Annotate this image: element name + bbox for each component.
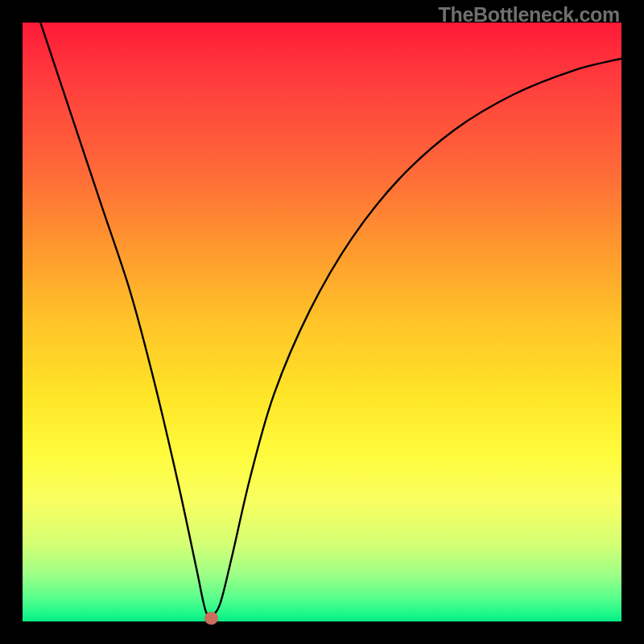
optimum-marker-dot	[204, 612, 218, 625]
bottleneck-curve-path	[40, 23, 621, 616]
chart-plot-area	[23, 23, 621, 621]
watermark-text: TheBottleneck.com	[438, 3, 620, 27]
chart-curve	[23, 23, 621, 621]
